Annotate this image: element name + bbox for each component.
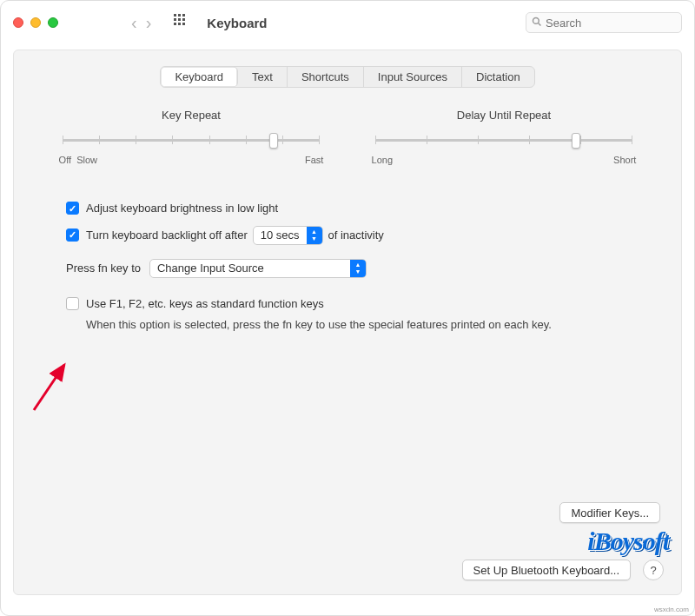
bluetooth-keyboard-button[interactable]: Set Up Bluetooth Keyboard...	[462, 560, 631, 580]
key-repeat-off-label: Off	[59, 155, 71, 165]
window-toolbar: ‹ › Keyboard	[1, 1, 694, 44]
stepper-icon: ▲▼	[307, 226, 322, 245]
svg-rect-5	[182, 18, 185, 21]
svg-rect-1	[178, 14, 181, 17]
watermark-text: wsxdn.com	[654, 606, 689, 613]
fn-key-label: Press fn key to	[66, 260, 141, 277]
options-block: Adjust keyboard brightness in low light …	[66, 200, 646, 333]
search-icon	[532, 17, 542, 30]
show-all-icon[interactable]	[174, 14, 188, 31]
delay-short-label: Short	[613, 155, 636, 165]
fn-key-value: Change Input Source	[157, 260, 350, 277]
zoom-window-button[interactable]	[48, 17, 58, 28]
tab-input-sources[interactable]: Input Sources	[364, 67, 462, 87]
slider-knob[interactable]	[269, 133, 278, 149]
standard-fn-label: Use F1, F2, etc. keys as standard functi…	[86, 295, 324, 313]
standard-fn-checkbox[interactable]	[66, 297, 79, 310]
delay-repeat-label: Delay Until Repeat	[367, 109, 642, 122]
key-repeat-slow-label: Slow	[76, 155, 97, 165]
minimize-window-button[interactable]	[30, 17, 41, 28]
traffic-lights	[13, 17, 58, 28]
backlight-off-checkbox[interactable]	[66, 229, 79, 242]
svg-rect-0	[174, 14, 176, 17]
window-title: Keyboard	[207, 16, 267, 30]
tabs-container: Keyboard Text Shortcuts Input Sources Di…	[35, 66, 660, 88]
modifier-keys-button[interactable]: Modifier Keys...	[559, 502, 660, 523]
search-input[interactable]	[546, 17, 676, 30]
slider-ticks	[63, 136, 321, 144]
standard-fn-hint: When this option is selected, press the …	[86, 317, 646, 333]
delay-long-label: Long	[372, 155, 393, 165]
delay-repeat-slider[interactable]	[375, 130, 633, 149]
adjust-brightness-label: Adjust keyboard brightness in low light	[86, 200, 278, 217]
backlight-timeout-value: 10 secs	[261, 227, 307, 244]
slider-ticks	[375, 136, 633, 144]
adjust-brightness-row: Adjust keyboard brightness in low light	[66, 200, 646, 217]
tab-keyboard[interactable]: Keyboard	[161, 67, 238, 87]
key-repeat-fast-label: Fast	[305, 155, 323, 165]
tab-shortcuts[interactable]: Shortcuts	[288, 67, 364, 87]
backlight-off-row: Turn keyboard backlight off after 10 sec…	[66, 226, 646, 245]
svg-rect-6	[174, 23, 176, 25]
key-repeat-slider[interactable]	[63, 130, 321, 149]
svg-rect-4	[178, 18, 181, 21]
branding-logo: iBoysoft	[587, 527, 669, 556]
svg-line-10	[539, 23, 541, 25]
fn-key-row: Press fn key to Change Input Source ▲▼	[66, 259, 646, 278]
tab-dictation[interactable]: Dictation	[462, 67, 534, 87]
standard-fn-row: Use F1, F2, etc. keys as standard functi…	[66, 295, 646, 313]
tab-strip: Keyboard Text Shortcuts Input Sources Di…	[160, 66, 534, 88]
svg-line-11	[34, 365, 64, 410]
adjust-brightness-checkbox[interactable]	[66, 202, 79, 215]
backlight-off-label-before: Turn keyboard backlight off after	[86, 227, 248, 244]
tab-text[interactable]: Text	[238, 67, 288, 87]
backlight-timeout-select[interactable]: 10 secs ▲▼	[253, 226, 323, 245]
svg-rect-7	[178, 23, 181, 25]
slider-knob[interactable]	[572, 133, 580, 149]
key-repeat-group: Key Repeat Off Slow Fast	[54, 109, 329, 165]
close-window-button[interactable]	[13, 17, 23, 28]
key-repeat-label: Key Repeat	[54, 109, 329, 122]
back-button[interactable]: ‹	[131, 14, 137, 31]
svg-rect-2	[182, 14, 185, 17]
main-panel: Keyboard Text Shortcuts Input Sources Di…	[13, 50, 682, 595]
fn-key-select[interactable]: Change Input Source ▲▼	[149, 259, 367, 278]
forward-button[interactable]: ›	[146, 14, 152, 31]
sliders-row: Key Repeat Off Slow Fast Delay Until Rep…	[35, 109, 660, 165]
annotation-arrow-icon	[30, 358, 82, 421]
search-field[interactable]	[526, 12, 682, 33]
backlight-off-label-after: of inactivity	[328, 227, 384, 244]
svg-rect-3	[174, 18, 176, 21]
svg-point-9	[533, 17, 539, 23]
svg-rect-8	[182, 23, 185, 25]
nav-buttons: ‹ ›	[131, 14, 151, 31]
help-button[interactable]: ?	[643, 560, 664, 580]
preferences-window: ‹ › Keyboard Keyboard Text Shortcuts In	[0, 0, 695, 616]
stepper-icon: ▲▼	[350, 259, 366, 278]
delay-repeat-group: Delay Until Repeat Long Short	[367, 109, 642, 165]
